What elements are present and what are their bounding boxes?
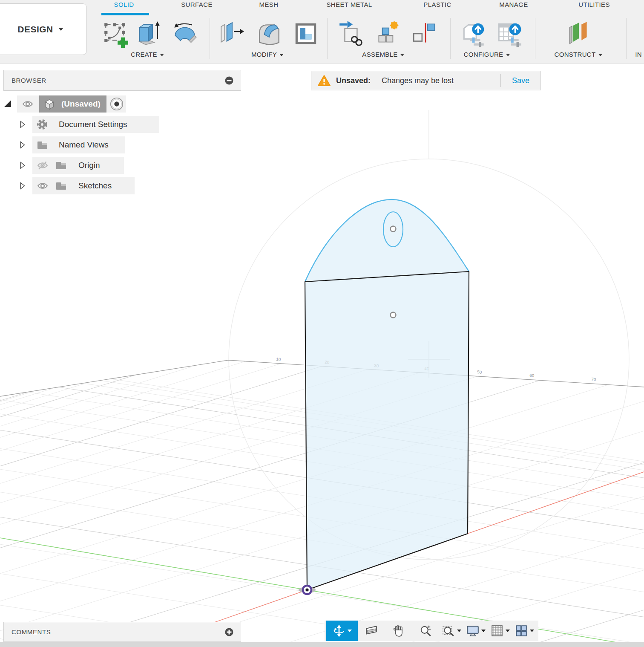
- display-settings-icon: [466, 624, 479, 637]
- folder-icon: [55, 180, 67, 192]
- construct-plane-icon: [564, 20, 592, 48]
- active-tab-underline: [101, 13, 149, 15]
- comments-panel-title: COMMENTS: [12, 628, 224, 635]
- comments-panel-header[interactable]: COMMENTS: [3, 622, 241, 642]
- group-label-assemble[interactable]: ASSEMBLE: [362, 51, 404, 58]
- tab-solid[interactable]: SOLID: [114, 1, 134, 8]
- press-pull-icon: [218, 20, 246, 48]
- fillet-button[interactable]: [253, 17, 285, 50]
- disclosure-expanded-icon[interactable]: [3, 99, 13, 109]
- joint-button[interactable]: [408, 17, 440, 50]
- insert-derive-button[interactable]: [336, 17, 368, 50]
- tab-sheet-metal[interactable]: SHEET METAL: [326, 1, 372, 8]
- group-label-create[interactable]: CREATE: [131, 51, 164, 58]
- revolve-icon: [171, 20, 199, 48]
- look-at-icon: [365, 624, 378, 637]
- construct-plane-button[interactable]: [562, 17, 595, 50]
- configure-button[interactable]: [457, 17, 490, 50]
- grid-tick-label: 10: [276, 357, 281, 362]
- sketch-profile-region[interactable]: [305, 199, 469, 590]
- visibility-eye-icon[interactable]: [20, 98, 35, 110]
- browser-root-label: (Unsaved): [61, 99, 101, 109]
- group-label-inspect-partial[interactable]: IN: [635, 51, 642, 58]
- pan-button[interactable]: [385, 621, 412, 641]
- configure-icon: [460, 20, 488, 48]
- group-label-configure[interactable]: CONFIGURE: [464, 51, 510, 58]
- browser-item-sketches[interactable]: Sketches: [18, 177, 135, 194]
- chevron-down-icon[interactable]: [506, 630, 510, 632]
- component-cube-icon: [43, 98, 56, 110]
- visibility-hidden-eye-icon[interactable]: [37, 160, 49, 171]
- visibility-eye-icon[interactable]: [37, 180, 49, 191]
- folder-icon: [55, 159, 67, 171]
- tab-surface[interactable]: SURFACE: [181, 1, 213, 8]
- grid-tick-label: 60: [529, 373, 535, 378]
- folder-icon: [36, 139, 49, 151]
- main-toolbar: DESIGN SOLID SURFACE MESH SHEET METAL PL…: [0, 0, 644, 64]
- orbit-button[interactable]: [326, 621, 358, 641]
- unsaved-warning-bar: Unsaved: Changes may be lost Save: [311, 71, 541, 90]
- new-component-button[interactable]: [371, 17, 404, 50]
- disclosure-collapsed-icon[interactable]: [18, 181, 27, 191]
- tab-plastic[interactable]: PLASTIC: [423, 1, 451, 8]
- browser-panel-header[interactable]: BROWSER: [3, 70, 241, 91]
- warning-message: Changes may be lost: [382, 76, 454, 85]
- group-label-construct[interactable]: CONSTRUCT: [555, 51, 603, 58]
- toolbar-divider: [450, 18, 451, 59]
- configuration-table-button[interactable]: [493, 17, 526, 50]
- display-settings-button[interactable]: [464, 621, 488, 641]
- sketch-point[interactable]: [391, 226, 396, 232]
- look-at-button[interactable]: [358, 621, 385, 641]
- viewports-icon: [515, 624, 528, 637]
- create-sketch-button[interactable]: [100, 17, 132, 50]
- browser-root-selected[interactable]: (Unsaved): [39, 95, 106, 113]
- grid-display-button[interactable]: [488, 621, 512, 641]
- tab-manage[interactable]: MANAGE: [499, 1, 528, 8]
- browser-item-origin[interactable]: Origin: [18, 157, 124, 174]
- press-pull-button[interactable]: [216, 17, 248, 50]
- browser-panel-title: BROWSER: [12, 77, 224, 84]
- tab-mesh[interactable]: MESH: [259, 1, 279, 8]
- chevron-down-icon: [506, 54, 510, 56]
- chevron-down-icon[interactable]: [348, 630, 352, 632]
- add-comment-icon[interactable]: [224, 627, 234, 637]
- configuration-table-icon: [495, 20, 523, 48]
- new-component-icon: [374, 20, 402, 48]
- pan-hand-icon: [392, 624, 405, 637]
- toolbar-divider: [626, 18, 627, 59]
- save-button[interactable]: Save: [501, 76, 540, 85]
- create-sketch-icon: [102, 20, 130, 48]
- tab-utilities[interactable]: UTILITIES: [578, 1, 610, 8]
- browser-item-named-views[interactable]: Named Views: [18, 136, 125, 153]
- fillet-icon: [255, 20, 283, 48]
- toolbar-divider: [535, 18, 535, 59]
- chevron-down-icon: [160, 54, 164, 56]
- disclosure-collapsed-icon[interactable]: [18, 140, 27, 150]
- zoom-icon: [420, 624, 432, 637]
- shell-button[interactable]: [290, 17, 322, 50]
- revolve-button[interactable]: [169, 17, 201, 50]
- disclosure-collapsed-icon[interactable]: [18, 119, 27, 130]
- grid-display-icon: [491, 624, 503, 637]
- chevron-down-icon: [598, 54, 602, 56]
- disclosure-collapsed-icon[interactable]: [18, 160, 27, 170]
- browser-root-row[interactable]: (Unsaved): [3, 95, 126, 113]
- zoom-window-button[interactable]: [440, 621, 464, 641]
- chevron-down-icon[interactable]: [481, 630, 486, 632]
- activate-component-radio[interactable]: [109, 97, 124, 111]
- collapse-panel-icon[interactable]: [224, 76, 234, 85]
- grid-tick-label: 70: [591, 377, 596, 382]
- sketch-point[interactable]: [391, 312, 396, 318]
- design-workspace-selector[interactable]: DESIGN: [0, 3, 87, 55]
- zoom-button[interactable]: [412, 621, 440, 641]
- extrude-button[interactable]: [132, 17, 164, 50]
- browser-item-document-settings[interactable]: Document Settings: [18, 116, 159, 133]
- group-label-modify[interactable]: MODIFY: [251, 51, 284, 58]
- warning-label: Unsaved:: [336, 76, 371, 85]
- shell-icon: [292, 20, 320, 48]
- chevron-down-icon[interactable]: [530, 630, 534, 632]
- design-workspace-label: DESIGN: [17, 24, 53, 35]
- viewports-button[interactable]: [512, 621, 537, 641]
- chevron-down-icon[interactable]: [457, 630, 461, 632]
- zoom-window-icon: [442, 624, 455, 637]
